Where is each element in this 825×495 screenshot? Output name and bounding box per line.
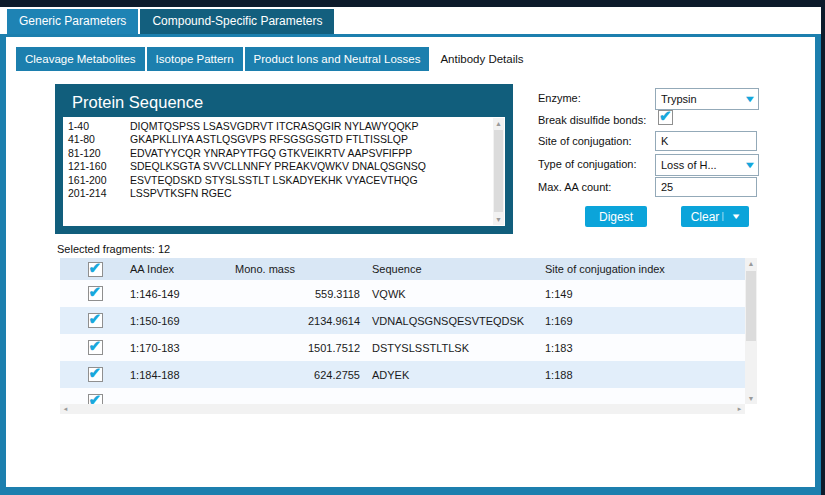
fragments-table: AA Index Mono. mass Sequence Site of con… <box>60 258 757 414</box>
selected-fragments-label: Selected fragments: 12 <box>57 243 170 255</box>
cell-aa-index: 1:170-183 <box>130 342 235 354</box>
scroll-up-arrow-icon[interactable]: ▲ <box>493 118 504 129</box>
column-header-mono-mass[interactable]: Mono. mass <box>235 263 372 275</box>
protein-sequence-row[interactable]: 41-80 GKAPKLLIYA ASTLQSGVPS RFSGSGSGTD F… <box>63 133 492 146</box>
digest-button-label: Digest <box>599 210 633 224</box>
protein-sequence-row[interactable]: 1-40 DIQMTQSPSS LSASVGDRVT ITCRASQGIR NY… <box>63 120 492 133</box>
table-vertical-scrollbar[interactable]: ▲ ▼ <box>745 258 757 404</box>
panel-content: Cleavage Metabolites Isotope Pattern Pro… <box>6 37 815 487</box>
table-horizontal-scrollbar[interactable]: ◄ ► <box>60 404 745 414</box>
clear-button[interactable]: Clear ▼ <box>681 206 749 227</box>
cell-site-of-conjugation-index: 1:169 <box>545 315 745 327</box>
cell-aa-index: 1:184-188 <box>130 369 235 381</box>
table-row[interactable]: 1:146-149 559.3118 VQWK 1:149 <box>60 280 745 307</box>
protein-sequence-row[interactable]: 201-214 LSSPVTKSFN RGEC <box>63 187 492 200</box>
cell-select <box>60 367 130 382</box>
tab-antibody-details[interactable]: Antibody Details <box>431 47 532 71</box>
protein-sequence-row[interactable]: 81-120 EDVATYYCQR YNRAPYTFGQ GTKVEIKRTV … <box>63 147 492 160</box>
cell-sequence: VDNALQSGNSQESVTEQDSK <box>372 315 545 327</box>
row-checkbox[interactable] <box>88 340 103 355</box>
break-disulfide-checkbox[interactable] <box>658 110 673 125</box>
window-frame-top <box>0 0 825 7</box>
row-checkbox[interactable] <box>88 367 103 382</box>
clear-button-label: Clear <box>691 210 720 224</box>
scroll-left-arrow-icon[interactable]: ◄ <box>60 404 71 414</box>
top-tab-bar: Generic Parameters Compound-Specific Par… <box>7 9 334 34</box>
residue-sequence: GKAPKLLIYA ASTLQSGVPS RFSGSGSGTD FTLTISS… <box>130 133 408 146</box>
table-row[interactable]: 1:170-183 1501.7512 DSTYSLSSTLTLSK 1:183 <box>60 334 745 361</box>
table-row[interactable]: 1:150-169 2134.9614 VDNALQSGNSQESVTEQDSK… <box>60 307 745 334</box>
protein-list-scrollbar[interactable]: ▲ ▼ <box>493 118 504 225</box>
row-checkbox[interactable] <box>88 313 103 328</box>
residue-range: 81-120 <box>63 147 130 160</box>
chevron-down-icon[interactable]: ▼ <box>738 94 762 104</box>
cell-aa-index: 1:150-169 <box>130 315 235 327</box>
cell-mono-mass: 624.2755 <box>235 369 372 381</box>
compound-parameters-panel: Cleavage Metabolites Isotope Pattern Pro… <box>0 34 821 495</box>
site-of-conjugation-input[interactable] <box>655 131 757 151</box>
table-row-partial[interactable] <box>60 388 745 404</box>
residue-range: 121-160 <box>63 160 130 173</box>
residue-sequence: SDEQLKSGTA SVVCLLNNFY PREAKVQWKV DNALQSG… <box>130 160 426 173</box>
cell-site-of-conjugation-index: 1:149 <box>545 288 745 300</box>
enzyme-value: Trypsin <box>656 93 742 105</box>
cell-select <box>60 394 130 404</box>
scroll-right-arrow-icon[interactable]: ► <box>734 404 745 414</box>
max-aa-count-label: Max. AA count: <box>538 181 611 193</box>
tab-product-ions-and-neutral-losses[interactable]: Product Ions and Neutral Losses <box>245 47 430 71</box>
header-cell-select <box>60 262 130 277</box>
residue-range: 201-214 <box>63 187 130 200</box>
scrollbar-thumb[interactable] <box>746 271 756 341</box>
scroll-up-arrow-icon[interactable]: ▲ <box>745 258 757 269</box>
site-of-conjugation-label: Site of conjugation: <box>538 135 632 147</box>
scroll-down-arrow-icon[interactable]: ▼ <box>745 393 757 404</box>
protein-sequence-title: Protein Sequence <box>72 93 203 112</box>
column-header-site-of-conjugation-index[interactable]: Site of conjugation index <box>545 263 745 275</box>
residue-range: 1-40 <box>63 120 130 133</box>
window-frame-right <box>821 0 825 495</box>
enzyme-label: Enzyme: <box>538 92 581 104</box>
scrollbar-thumb[interactable] <box>494 130 503 212</box>
cell-select <box>60 340 130 355</box>
cell-mono-mass: 2134.9614 <box>235 315 372 327</box>
tab-cleavage-metabolites[interactable]: Cleavage Metabolites <box>16 47 145 71</box>
cell-sequence: DSTYSLSSTLTLSK <box>372 342 545 354</box>
table-body: 1:146-149 559.3118 VQWK 1:149 1:150-169 … <box>60 280 745 404</box>
break-disulfide-label: Break disulfide bonds: <box>538 114 646 126</box>
cell-select <box>60 313 130 328</box>
row-checkbox[interactable] <box>88 286 103 301</box>
sub-tab-bar: Cleavage Metabolites Isotope Pattern Pro… <box>16 47 533 71</box>
clear-dropdown-arrow-icon[interactable]: ▼ <box>723 212 742 221</box>
column-header-aa-index[interactable]: AA Index <box>130 263 235 275</box>
table-header-row: AA Index Mono. mass Sequence Site of con… <box>60 258 745 280</box>
chevron-down-icon[interactable]: ▼ <box>738 160 762 170</box>
residue-sequence: DIQMTQSPSS LSASVGDRVT ITCRASQGIR NYLAWYQ… <box>130 120 419 133</box>
protein-sequence-row[interactable]: 161-200 ESVTEQDSKD STYSLSSTLT LSKADYEKHK… <box>63 174 492 187</box>
tab-isotope-pattern[interactable]: Isotope Pattern <box>147 47 243 71</box>
digest-button[interactable]: Digest <box>585 206 647 227</box>
max-aa-count-input[interactable] <box>655 177 757 197</box>
protein-sequence-rows: 1-40 DIQMTQSPSS LSASVGDRVT ITCRASQGIR NY… <box>63 120 492 226</box>
row-checkbox[interactable] <box>88 394 103 404</box>
cell-mono-mass: 559.3118 <box>235 288 372 300</box>
cell-aa-index: 1:146-149 <box>130 288 235 300</box>
application-window: Generic Parameters Compound-Specific Par… <box>0 0 825 495</box>
type-of-conjugation-value: Loss of H... <box>656 159 742 171</box>
cell-sequence: VQWK <box>372 288 545 300</box>
scroll-down-arrow-icon[interactable]: ▼ <box>493 214 504 225</box>
cell-select <box>60 286 130 301</box>
protein-sequence-row[interactable]: 121-160 SDEQLKSGTA SVVCLLNNFY PREAKVQWKV… <box>63 160 492 173</box>
residue-range: 41-80 <box>63 133 130 146</box>
tab-generic-parameters[interactable]: Generic Parameters <box>7 9 138 34</box>
protein-sequence-list[interactable]: 1-40 DIQMTQSPSS LSASVGDRVT ITCRASQGIR NY… <box>63 117 505 226</box>
select-all-checkbox[interactable] <box>88 262 103 277</box>
residue-sequence: EDVATYYCQR YNRAPYTFGQ GTKVEIKRTV AAPSVFI… <box>130 147 412 160</box>
residue-sequence: ESVTEQDSKD STYSLSSTLT LSKADYEKHK VYACEVT… <box>130 174 418 187</box>
tab-compound-specific-parameters[interactable]: Compound-Specific Parameters <box>140 9 334 34</box>
table-row[interactable]: 1:184-188 624.2755 ADYEK 1:188 <box>60 361 745 388</box>
residue-range: 161-200 <box>63 174 130 187</box>
type-of-conjugation-label: Type of conjugation: <box>538 158 636 170</box>
type-of-conjugation-dropdown[interactable]: Loss of H... ▼ <box>655 154 759 176</box>
column-header-sequence[interactable]: Sequence <box>372 263 545 275</box>
cell-site-of-conjugation-index: 1:183 <box>545 342 745 354</box>
